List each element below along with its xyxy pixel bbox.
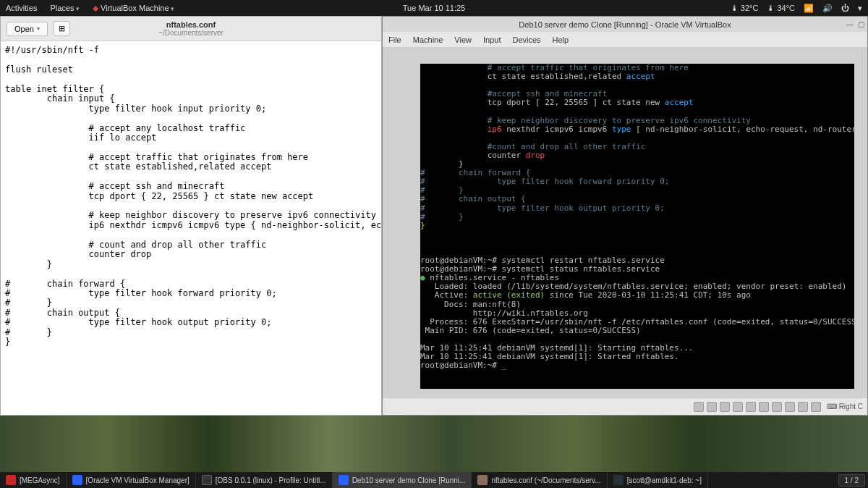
task-gedit[interactable]: nftables.conf (~/Documents/serv... (472, 472, 607, 488)
task-vbox-manager[interactable]: [Oracle VM VirtualBox Manager] (67, 472, 196, 488)
vbox-menubar: File Machine View Input Devices Help (383, 32, 867, 48)
places-menu[interactable]: Places (50, 4, 80, 12)
task-vbox-vm[interactable]: Deb10 server demo Clone [Runni... (333, 472, 472, 488)
power-icon[interactable]: ⏻ (841, 4, 849, 12)
gedit-icon (477, 475, 488, 485)
cpu-icon[interactable] (798, 402, 808, 412)
network-icon[interactable]: 📶 (804, 4, 814, 13)
menu-help[interactable]: Help (553, 35, 569, 44)
menu-input[interactable]: Input (483, 35, 501, 44)
clock[interactable]: Tue Mar 10 11:25 (403, 4, 465, 12)
audio-icon[interactable] (720, 402, 730, 412)
net-icon[interactable] (733, 402, 743, 412)
virtualbox-window: Deb10 server demo Clone [Running] - Orac… (382, 16, 868, 416)
workspace-switcher[interactable]: 1 / 2 (838, 474, 865, 487)
shared-icon[interactable] (759, 402, 769, 412)
vbox-statusbar: ⌨ Right C (383, 397, 867, 415)
menu-machine[interactable]: Machine (413, 35, 443, 44)
task-obs[interactable]: [OBS 0.0.1 (linux) - Profile: Untitl... (196, 472, 333, 488)
new-tab-button[interactable]: ⊞ (54, 21, 70, 36)
temp-sensor-1: 🌡 32°C (731, 4, 759, 12)
temp-sensor-2: 🌡 34°C (767, 4, 795, 12)
menu-file[interactable]: File (388, 35, 401, 44)
terminal-icon (613, 475, 624, 485)
vbox-icon (339, 475, 349, 485)
task-terminal[interactable]: [scott@amdkit1-deb: ~] (608, 472, 708, 488)
gedit-headerbar: Open ⊞ nftables.conf ~/Documents/server (1, 17, 381, 41)
megasync-icon (6, 475, 16, 485)
terminal[interactable]: # accept traffic that originates from he… (420, 64, 854, 389)
hdd-icon[interactable] (694, 402, 704, 412)
mouse-icon[interactable] (811, 402, 821, 412)
obs-icon (202, 475, 212, 485)
chevron-down-icon[interactable]: ▾ (858, 4, 862, 13)
host-key-label: ⌨ Right C (827, 403, 863, 411)
taskbar: [MEGAsync] [Oracle VM VirtualBox Manager… (0, 472, 868, 488)
gedit-title: nftables.conf ~/Documents/server (158, 20, 224, 37)
optical-icon[interactable] (707, 402, 717, 412)
task-megasync[interactable]: [MEGAsync] (0, 472, 67, 488)
display-icon[interactable] (772, 402, 782, 412)
menu-devices[interactable]: Devices (512, 35, 540, 44)
activities-button[interactable]: Activities (6, 4, 37, 12)
gnome-topbar: Activities Places ◆ VirtualBox Machine T… (0, 0, 868, 16)
gedit-window: Open ⊞ nftables.conf ~/Documents/server … (0, 16, 382, 416)
menu-view[interactable]: View (454, 35, 472, 44)
usb-icon[interactable] (746, 402, 756, 412)
app-menu[interactable]: ◆ VirtualBox Machine (93, 4, 174, 13)
system-tray[interactable]: 🌡 32°C 🌡 34°C 📶 🔊 ⏻ ▾ (731, 4, 862, 13)
vbox-titlebar[interactable]: Deb10 server demo Clone [Running] - Orac… (383, 17, 867, 32)
open-button[interactable]: Open (7, 22, 48, 36)
vbox-title-text: Deb10 server demo Clone [Running] - Orac… (519, 20, 731, 29)
editor-content[interactable]: #!/usr/sbin/nft -f flush ruleset table i… (1, 41, 381, 352)
vbox-icon (72, 475, 82, 485)
desktop-wallpaper (0, 416, 868, 472)
minimize-button[interactable]: — (846, 20, 854, 28)
record-icon[interactable] (785, 402, 795, 412)
volume-icon[interactable]: 🔊 (822, 4, 833, 13)
maximize-button[interactable]: ▢ (858, 20, 864, 28)
vm-display[interactable]: # accept traffic that originates from he… (383, 48, 867, 397)
